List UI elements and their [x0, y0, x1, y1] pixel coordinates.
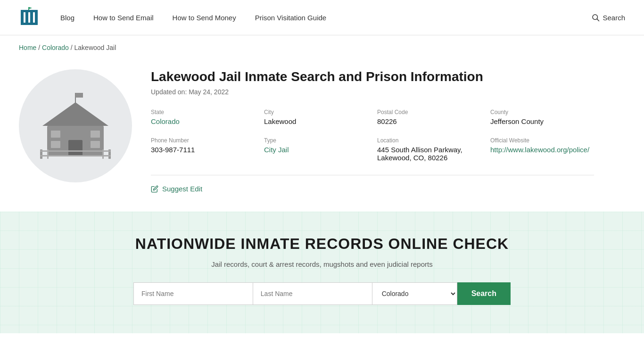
page-title: Lakewood Jail Inmate Search and Prison I…: [151, 69, 594, 84]
website-label: Official Website: [490, 137, 594, 144]
info-city: City Lakewood: [264, 109, 368, 126]
svg-rect-4: [21, 10, 38, 12]
nav-how-to-send-email[interactable]: How to Send Email: [93, 14, 154, 22]
info-website: Official Website http://www.lakewood.org…: [490, 137, 594, 162]
banner-subtitle: Jail records, court & arrest records, mu…: [19, 260, 625, 268]
breadcrumb-state[interactable]: Colorado: [42, 44, 69, 51]
type-value[interactable]: City Jail: [264, 146, 289, 154]
nav-prison-visitation-guide[interactable]: Prison Visitation Guide: [255, 14, 326, 22]
breadcrumb-home[interactable]: Home: [19, 44, 36, 51]
suggest-edit-label: Suggest Edit: [162, 185, 202, 193]
postal-label: Postal Code: [377, 109, 481, 115]
info-phone: Phone Number 303-987-7111: [151, 137, 255, 162]
nav-blog[interactable]: Blog: [60, 14, 74, 22]
svg-rect-6: [28, 7, 29, 10]
info-county: County Jefferson County: [490, 109, 594, 126]
svg-rect-5: [21, 23, 38, 25]
breadcrumb: Home / Colorado / Lakewood Jail: [0, 35, 644, 60]
search-icon: [591, 13, 600, 22]
county-label: County: [490, 109, 594, 115]
location-label: Location: [377, 137, 481, 144]
info-location: Location 445 South Allison Parkway, Lake…: [377, 137, 481, 162]
suggest-edit-link[interactable]: Suggest Edit: [151, 175, 594, 193]
svg-rect-18: [75, 93, 83, 98]
website-value[interactable]: http://www.lakewood.org/police/: [490, 146, 589, 154]
svg-rect-24: [40, 155, 111, 156]
breadcrumb-current: Lakewood Jail: [74, 44, 116, 51]
info-grid: State Colorado City Lakewood Postal Code…: [151, 109, 594, 162]
svg-rect-14: [51, 141, 60, 148]
search-nav-label: Search: [603, 14, 625, 22]
first-name-input[interactable]: [133, 282, 253, 305]
pencil-icon: [151, 185, 158, 193]
search-button[interactable]: Search: [457, 282, 511, 305]
svg-rect-16: [91, 141, 100, 148]
jail-image: [19, 69, 132, 182]
phone-value: 303-987-7111: [151, 146, 255, 154]
svg-rect-15: [91, 131, 100, 138]
svg-marker-7: [29, 7, 32, 9]
banner-section: NATIONWIDE INMATE RECORDS ONLINE CHECK J…: [0, 212, 644, 333]
svg-marker-11: [42, 102, 108, 126]
state-label: State: [151, 109, 255, 115]
inmate-search-form: AlabamaAlaskaArizonaArkansasCaliforniaCo…: [133, 282, 511, 305]
county-value: Jefferson County: [490, 117, 594, 125]
svg-line-9: [597, 19, 599, 21]
svg-rect-23: [40, 150, 111, 152]
search-nav-button[interactable]: Search: [591, 13, 625, 22]
svg-rect-12: [68, 140, 83, 156]
postal-value: 80226: [377, 117, 481, 125]
state-select[interactable]: AlabamaAlaskaArizonaArkansasCaliforniaCo…: [372, 282, 457, 305]
main-nav: Blog How to Send Email How to Send Money…: [60, 14, 591, 22]
updated-date: Updated on: May 24, 2022: [151, 88, 594, 96]
last-name-input[interactable]: [253, 282, 372, 305]
main-content: Lakewood Jail Inmate Search and Prison I…: [0, 60, 613, 212]
info-section: Lakewood Jail Inmate Search and Prison I…: [151, 69, 594, 193]
banner-title: NATIONWIDE INMATE RECORDS ONLINE CHECK: [19, 235, 625, 253]
info-postal: Postal Code 80226: [377, 109, 481, 126]
city-label: City: [264, 109, 368, 115]
state-value[interactable]: Colorado: [151, 117, 180, 125]
city-value: Lakewood: [264, 117, 368, 125]
info-type: Type City Jail: [264, 137, 368, 162]
phone-label: Phone Number: [151, 137, 255, 144]
info-state: State Colorado: [151, 109, 255, 126]
location-value: 445 South Allison Parkway, Lakewood, CO,…: [377, 146, 481, 162]
svg-rect-13: [51, 131, 60, 138]
site-logo[interactable]: [19, 6, 41, 29]
type-label: Type: [264, 137, 368, 144]
nav-how-to-send-money[interactable]: How to Send Money: [173, 14, 236, 22]
